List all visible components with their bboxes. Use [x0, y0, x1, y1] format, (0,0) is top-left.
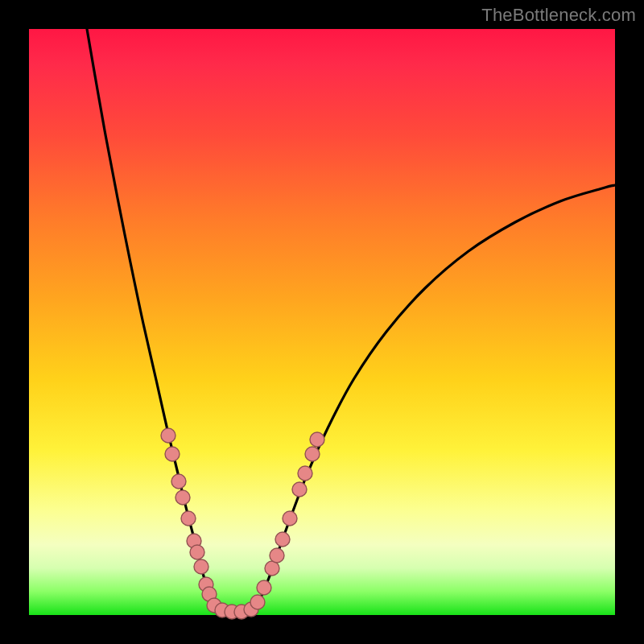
bead-left-3 [175, 490, 190, 505]
bead-right-7 [298, 466, 312, 481]
bead-right-5 [283, 511, 297, 526]
bead-left-0 [161, 428, 175, 443]
curve-right-branch [254, 185, 615, 610]
bead-right-8 [305, 447, 320, 461]
bead-left-7 [194, 559, 208, 574]
bead-left-4 [181, 511, 196, 526]
chart-frame: TheBottleneck.com [0, 0, 644, 644]
curve-left-branch [87, 29, 216, 610]
bead-right-1 [257, 580, 271, 595]
bead-markers [161, 428, 324, 619]
bead-right-4 [275, 532, 290, 547]
bead-right-9 [310, 432, 324, 447]
bead-right-2 [265, 561, 279, 576]
bead-right-0 [250, 595, 265, 609]
bead-right-3 [270, 548, 284, 563]
bead-left-2 [171, 474, 186, 489]
plot-area [29, 29, 615, 615]
bead-left-1 [165, 447, 180, 461]
watermark-text: TheBottleneck.com [481, 5, 636, 26]
chart-overlay [29, 29, 615, 615]
bead-right-6 [292, 482, 307, 497]
bead-left-6 [190, 545, 204, 559]
